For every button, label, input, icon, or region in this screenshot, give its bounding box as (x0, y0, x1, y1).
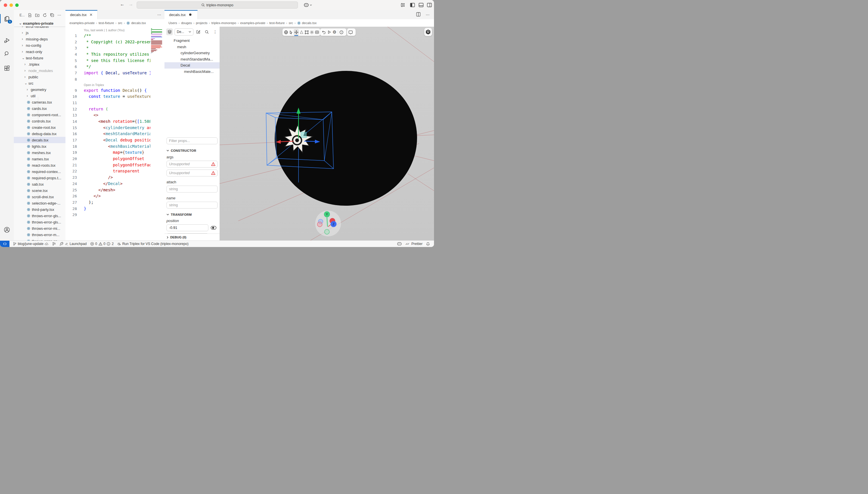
tree-item-react-roots.tsx[interactable]: react-roots.tsx (14, 162, 66, 168)
more-actions-icon[interactable]: ⋯ (426, 12, 430, 17)
search-scene-button[interactable] (204, 28, 210, 35)
tree-item-names.tsx[interactable]: names.tsx (14, 156, 66, 162)
rotate-tool[interactable] (299, 28, 304, 36)
remote-indicator[interactable] (0, 241, 10, 247)
close-icon[interactable]: ✕ (90, 13, 93, 17)
name-input[interactable] (166, 202, 218, 209)
tree-item-scroll-drei.tsx[interactable]: scroll-drei.tsx (14, 194, 66, 200)
command-center-search[interactable]: triplex-monorepo (136, 1, 298, 8)
tree-item-nodemodules[interactable]: ›node_modules (14, 68, 66, 74)
tree-item-controls.tsx[interactable]: controls.tsx (14, 118, 66, 124)
scene-item-mesh[interactable]: mesh (165, 44, 220, 50)
scene-item-cylinderGeometry[interactable]: cylinderGeometry (165, 50, 220, 56)
globe-tool[interactable] (283, 28, 289, 36)
breadcrumb-item[interactable]: triplex-monorepo (211, 21, 236, 25)
attach-input[interactable] (166, 186, 218, 192)
translate-tool[interactable] (294, 29, 299, 35)
tree-item-cards.tsx[interactable]: cards.tsx (14, 105, 66, 112)
tree-item-decals.tsx[interactable]: decals.tsx (14, 137, 66, 143)
tree-item-throws-error-gls...[interactable]: throws-error-gls... (14, 219, 66, 225)
filter-props-input[interactable] (166, 137, 218, 144)
breadcrumb[interactable]: examples-private›test-fixture›src›decals… (66, 19, 165, 27)
tree-item-throws-error-on[interactable]: throws-error-on (14, 238, 66, 241)
editor-actions-more-icon[interactable]: ⋯ (157, 12, 162, 17)
toggle-primary-sidebar-icon[interactable] (410, 2, 415, 8)
tree-item-sab.tsx[interactable]: sab.tsx (14, 181, 66, 187)
sidebar-item-run-debug[interactable] (0, 35, 14, 46)
tree-item-lights.tsx[interactable]: lights.tsx (14, 143, 66, 150)
sidebar-item-explorer[interactable]: 1 (0, 13, 14, 24)
tree-item-meshes.tsx[interactable]: meshes.tsx (14, 150, 66, 156)
back-icon[interactable]: ← (119, 2, 126, 7)
customize-layout-icon[interactable] (401, 2, 406, 8)
tree-item-react-only[interactable]: ›react-only (14, 49, 66, 55)
grid-toggle[interactable] (314, 28, 319, 36)
breadcrumb-item[interactable]: src (118, 21, 122, 25)
breadcrumb-item[interactable]: test-fixture (98, 21, 114, 25)
branch-status[interactable]: blog/june-update (11, 241, 50, 247)
tree-item-third-party.tsx[interactable]: third-party.tsx (14, 206, 66, 213)
tree-item-required-props.t...[interactable]: required-props.t... (14, 175, 66, 181)
debug-section-header[interactable]: DEBUG (0) (165, 233, 220, 241)
breadcrumb-item[interactable]: decals.tsx (131, 21, 146, 25)
play-button[interactable] (326, 28, 332, 36)
tree-item-geometry[interactable]: ›geometry (14, 87, 66, 93)
feedback-button[interactable] (348, 28, 353, 36)
scene-item-meshBasicMate[interactable]: meshBasicMate... (165, 69, 220, 75)
tree-item-public[interactable]: ›public (14, 74, 66, 80)
breadcrumb-item[interactable]: projects (196, 21, 207, 25)
tree-item-missing-deps[interactable]: ›missing-deps (14, 36, 66, 42)
position-x-input[interactable] (166, 224, 208, 231)
tree-item-no-config[interactable]: ›no-config (14, 42, 66, 49)
tree-item-util[interactable]: ›util (14, 93, 66, 99)
tree-item-selection-edge-...[interactable]: selection-edge-... (14, 200, 66, 206)
toggle-secondary-sidebar-icon[interactable] (427, 2, 432, 8)
tree-item-src[interactable]: ⌄src (14, 80, 66, 87)
settings-button[interactable]: ⚙ (332, 28, 337, 36)
breadcrumb[interactable]: Users›douges›projects›triplex-monorepo›e… (165, 19, 434, 27)
minimap[interactable] (150, 28, 165, 241)
tree-item-throws-error-m...[interactable]: throws-error-m... (14, 231, 66, 238)
tree-item-create-root.tsx[interactable]: create-root.tsx (14, 124, 66, 131)
breadcrumb-item[interactable]: douges (181, 21, 192, 25)
codelens-blame[interactable]: You, last week | 1 author (You) (66, 28, 150, 33)
scene-item-Fragment[interactable]: Fragment (165, 38, 220, 44)
minimize-button[interactable] (10, 3, 13, 7)
tree-item-js[interactable]: ›js (14, 30, 66, 36)
tree-item-scene.tsx[interactable]: scene.tsx (14, 187, 66, 194)
tree-item-required-contex...[interactable]: required-contex... (14, 168, 66, 175)
tree-item-test-fixture[interactable]: ⌄test-fixture (14, 55, 66, 61)
args-input-1[interactable] (166, 160, 218, 168)
toggle-panel-icon[interactable] (419, 2, 424, 8)
codelens-open-in-triplex[interactable]: Open in Triplex (66, 83, 150, 88)
breadcrumb-item[interactable]: Users (168, 21, 177, 25)
scene-item-meshStandardMa[interactable]: meshStandardMa... (165, 56, 220, 62)
sidebar-item-search[interactable] (0, 48, 14, 59)
close-button[interactable] (4, 3, 7, 7)
breadcrumb-item[interactable]: examples-private (70, 21, 95, 25)
run-triplex-status[interactable]: Run Triplex for VS Code (triplex-monorep… (115, 241, 190, 247)
tree-root-examples-private[interactable]: ⌄ examples-private (14, 20, 66, 26)
tree-item-.triplex[interactable]: ›.triplex (14, 61, 66, 68)
tree-item-cameras.tsx[interactable]: cameras.tsx (14, 99, 66, 105)
scene-viewport[interactable]: YZ ⚙ ? (220, 27, 434, 241)
launchpad-status[interactable]: Launchpad (58, 241, 88, 247)
zoom-button[interactable] (15, 3, 19, 7)
account-button[interactable] (0, 224, 14, 235)
tree-item-debug-data.tsx[interactable]: debug-data.tsx (14, 131, 66, 137)
breadcrumb-item[interactable]: decals.tsx (302, 21, 317, 25)
tab-decals-tsx-triplex[interactable]: decals.tsx (165, 10, 198, 19)
split-editor-icon[interactable] (416, 12, 421, 17)
select-tool[interactable] (289, 28, 294, 36)
args-input-2[interactable] (166, 170, 218, 176)
component-select[interactable]: De... (174, 28, 193, 36)
breadcrumb-item[interactable]: examples-private (240, 21, 265, 25)
prettier-status[interactable]: ✓✓ Prettier (404, 241, 424, 247)
sidebar-item-extensions[interactable] (0, 62, 14, 74)
constructor-section-header[interactable]: CONSTRUCTOR (166, 149, 218, 152)
triplex-logo-button[interactable] (424, 28, 432, 36)
tree-item-component-root...[interactable]: component-root... (14, 112, 66, 118)
tree-item-throws-error-mi...[interactable]: throws-error-mi... (14, 225, 66, 231)
undo-button[interactable] (321, 28, 326, 36)
copilot-menu[interactable] (304, 2, 312, 8)
